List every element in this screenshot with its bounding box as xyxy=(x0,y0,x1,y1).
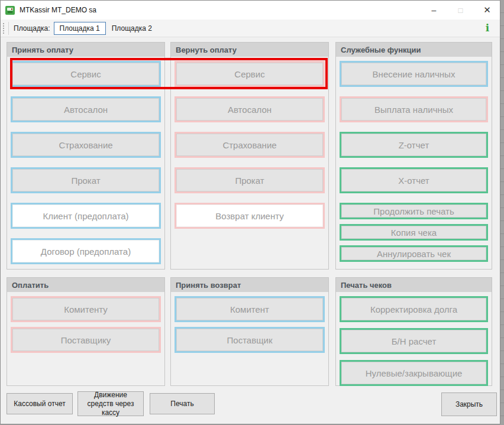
group-title: Оплатить xyxy=(7,278,164,292)
pay-supplier-button[interactable]: Поставщику xyxy=(11,327,161,353)
group-title: Вернуть оплату xyxy=(171,43,328,57)
cashless-settlement-button[interactable]: Б/Н расчет xyxy=(340,328,488,354)
app-window: MTKassir MT_DEMO sa – □ ✕ Площадка: Площ… xyxy=(0,0,500,424)
accept-service-button[interactable]: Сервис xyxy=(11,61,161,87)
group-print-receipts: Печать чеков Корректировка долга Б/Н рас… xyxy=(335,277,492,386)
group-accept-return: Принять возврат Комитент Поставщик xyxy=(170,277,329,386)
receipt-copy-button[interactable]: Копия чека xyxy=(340,224,488,241)
refund-to-client-button[interactable]: Возврат клиенту xyxy=(175,203,325,229)
cash-report-button[interactable]: Кассовый отчет xyxy=(7,393,73,414)
accept-rental-button[interactable]: Прокат xyxy=(11,167,161,193)
accept-autosalon-button[interactable]: Автосалон xyxy=(11,96,161,122)
continue-printing-button[interactable]: Продолжить печать xyxy=(340,203,488,219)
group-refund-payment: Вернуть оплату Сервис Автосалон Страхова… xyxy=(170,42,329,270)
refund-service-button[interactable]: Сервис xyxy=(175,61,325,87)
window-title: MTKassir MT_DEMO sa xyxy=(20,6,96,14)
title-bar: MTKassir MT_DEMO sa – □ ✕ xyxy=(1,1,500,20)
void-receipt-button[interactable]: Аннулировать чек xyxy=(340,245,488,262)
group-title: Принять возврат xyxy=(171,278,328,292)
cash-deposit-button[interactable]: Внесение наличных xyxy=(340,61,488,87)
refund-rental-button[interactable]: Прокат xyxy=(175,167,325,193)
group-title: Служебные функции xyxy=(336,43,492,57)
x-report-button[interactable]: X-отчет xyxy=(340,167,488,193)
close-button[interactable]: Закрыть xyxy=(441,392,497,416)
group-service-functions: Служебные функции Внесение наличных Выпл… xyxy=(335,42,492,270)
zero-closing-receipts-button[interactable]: Нулевые/закрывающие xyxy=(340,360,488,386)
group-accept-payment: Принять оплату Сервис Автосалон Страхова… xyxy=(7,42,165,270)
window-controls: – □ ✕ xyxy=(416,1,496,20)
close-icon[interactable]: ✕ xyxy=(478,2,496,18)
app-icon xyxy=(5,5,15,15)
return-committent-button[interactable]: Комитент xyxy=(175,296,325,322)
tab-ploshchadka-1[interactable]: Площадка 1 xyxy=(54,22,106,35)
group-title: Печать чеков xyxy=(336,278,492,292)
toolbar-grip-handle[interactable] xyxy=(2,22,5,34)
desktop-background: MTKassir MT_DEMO sa – □ ✕ Площадка: Площ… xyxy=(0,0,504,425)
refund-autosalon-button[interactable]: Автосалон xyxy=(175,96,325,122)
accept-client-prepayment-button[interactable]: Клиент (предоплата) xyxy=(11,203,161,229)
pay-committent-button[interactable]: Комитенту xyxy=(11,296,161,322)
tab-ploshchadka-2[interactable]: Площадка 2 xyxy=(106,22,158,35)
site-label: Площадка: xyxy=(14,24,50,33)
return-supplier-button[interactable]: Поставщик xyxy=(175,327,325,353)
print-button[interactable]: Печать xyxy=(150,393,215,414)
group-pay: Оплатить Комитенту Поставщику xyxy=(7,277,165,386)
cash-payout-button[interactable]: Выплата наличных xyxy=(340,96,488,122)
accept-insurance-button[interactable]: Страхование xyxy=(11,132,161,158)
maximize-icon: □ xyxy=(451,2,470,18)
group-title: Принять оплату xyxy=(7,43,164,57)
accept-contract-prepayment-button[interactable]: Договор (предоплата) xyxy=(11,238,161,264)
z-report-button[interactable]: Z-отчет xyxy=(340,132,488,158)
toolbar: Площадка: Площадка 1 Площадка 2 i xyxy=(1,20,500,37)
info-icon[interactable]: i xyxy=(483,22,492,34)
debt-correction-button[interactable]: Корректировка долга xyxy=(340,296,488,322)
cash-flow-button[interactable]: Движение средств через кассу xyxy=(77,391,144,416)
minimize-icon[interactable]: – xyxy=(425,2,443,18)
refund-insurance-button[interactable]: Страхование xyxy=(175,132,325,158)
toolbar-separator xyxy=(8,22,9,35)
